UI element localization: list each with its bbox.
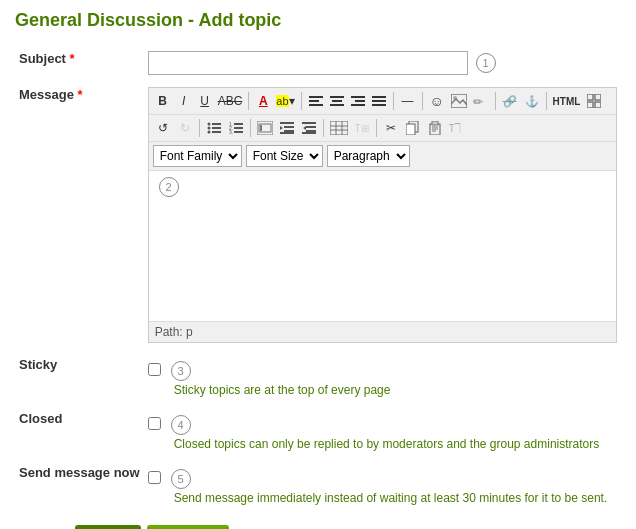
svg-rect-42 xyxy=(330,121,348,135)
svg-rect-34 xyxy=(280,122,294,124)
svg-rect-33 xyxy=(260,125,262,131)
align-left-icon xyxy=(309,94,323,108)
font-color-button[interactable]: A xyxy=(253,91,273,111)
paste-button[interactable] xyxy=(425,118,445,138)
toolbar-align-group xyxy=(306,91,389,111)
svg-point-21 xyxy=(207,127,210,130)
emoji-button[interactable]: ☺ xyxy=(427,91,447,111)
svg-rect-41 xyxy=(302,132,316,134)
align-right-icon xyxy=(351,94,365,108)
outdent-icon xyxy=(302,121,316,135)
fullscreen-button[interactable] xyxy=(584,91,604,111)
cancel-button[interactable]: Cancel xyxy=(147,525,229,529)
link-button[interactable]: ✏ xyxy=(471,91,491,111)
subject-label: Subject xyxy=(19,51,66,66)
blockquote-button[interactable] xyxy=(255,118,275,138)
unlink-button[interactable]: 🔗 xyxy=(500,91,520,111)
svg-rect-7 xyxy=(355,100,365,102)
paste-text-button[interactable]: T⏋ xyxy=(447,118,467,138)
svg-rect-6 xyxy=(351,96,365,98)
svg-rect-20 xyxy=(212,123,221,125)
svg-rect-0 xyxy=(309,96,323,98)
italic-button[interactable]: I xyxy=(174,91,194,111)
ordered-list-icon: 1.2.3. xyxy=(229,121,243,135)
justify-button[interactable] xyxy=(369,91,389,111)
paragraph-select[interactable]: Paragraph xyxy=(327,145,410,167)
font-family-select[interactable]: Font Family xyxy=(153,145,242,167)
toolbar-format-group: B I U ABC xyxy=(153,91,245,111)
sticky-checkbox-row: 3 xyxy=(148,361,617,381)
table-props-button[interactable]: T⊞ xyxy=(352,118,372,138)
bold-button[interactable]: B xyxy=(153,91,173,111)
unordered-list-button[interactable] xyxy=(204,118,224,138)
svg-rect-16 xyxy=(595,94,601,100)
indent-button[interactable] xyxy=(277,118,297,138)
image-icon xyxy=(451,94,467,108)
blockquote-icon xyxy=(257,121,273,135)
svg-rect-1 xyxy=(309,100,319,102)
svg-rect-28 xyxy=(234,127,243,129)
send-now-hint: Send message immediately instead of wait… xyxy=(174,491,617,505)
image-button[interactable] xyxy=(449,91,469,111)
strikethrough-button[interactable]: ABC xyxy=(216,91,245,111)
page-title: General Discussion - Add topic xyxy=(15,10,621,31)
align-right-button[interactable] xyxy=(348,91,368,111)
table-button[interactable] xyxy=(328,118,350,138)
button-row: 6 Post Cancel xyxy=(45,525,621,529)
sticky-badge: 3 xyxy=(171,361,191,381)
anchor-button[interactable]: ⚓ xyxy=(522,91,542,111)
cut-button[interactable]: ✂ xyxy=(381,118,401,138)
link-icon: ✏ xyxy=(473,94,489,108)
closed-hint: Closed topics can only be replied to by … xyxy=(174,437,617,451)
copy-icon xyxy=(406,121,420,135)
toolbar-sep-5 xyxy=(495,92,496,110)
editor-content[interactable]: 2 xyxy=(149,171,616,321)
toolbar-row-1: B I U ABC A ab▾ xyxy=(149,88,616,115)
svg-rect-24 xyxy=(212,131,221,133)
toolbar-sep-3 xyxy=(393,92,394,110)
font-size-select[interactable]: Font Size xyxy=(246,145,323,167)
sticky-hint: Sticky topics are at the top of every pa… xyxy=(174,383,617,397)
toolbar-sep-1 xyxy=(248,92,249,110)
send-now-checkbox-row: 5 xyxy=(148,469,617,489)
highlight-button[interactable]: ab▾ xyxy=(274,91,296,111)
align-center-icon xyxy=(330,94,344,108)
closed-checkbox-row: 4 xyxy=(148,415,617,435)
copy-button[interactable] xyxy=(403,118,423,138)
svg-text:3.: 3. xyxy=(229,129,233,135)
outdent-button[interactable] xyxy=(299,118,319,138)
hr-button[interactable]: — xyxy=(398,91,418,111)
toolbar-sep-8 xyxy=(250,119,251,137)
closed-checkbox[interactable] xyxy=(148,417,161,430)
indent-icon xyxy=(280,121,294,135)
toolbar-color-group: A ab▾ xyxy=(253,91,296,111)
closed-badge: 4 xyxy=(171,415,191,435)
redo-button[interactable]: ↻ xyxy=(175,118,195,138)
align-left-button[interactable] xyxy=(306,91,326,111)
send-now-checkbox[interactable] xyxy=(148,471,161,484)
undo-button[interactable]: ↺ xyxy=(153,118,173,138)
subject-badge: 1 xyxy=(476,53,496,73)
subject-input[interactable] xyxy=(148,51,468,75)
svg-rect-37 xyxy=(280,132,294,134)
underline-button[interactable]: U xyxy=(195,91,215,111)
fullscreen-icon xyxy=(587,94,601,108)
sticky-checkbox[interactable] xyxy=(148,363,161,376)
svg-rect-39 xyxy=(306,126,316,128)
html-button[interactable]: HTML xyxy=(551,91,583,111)
svg-rect-35 xyxy=(284,126,294,128)
post-button[interactable]: Post xyxy=(75,525,141,529)
align-center-button[interactable] xyxy=(327,91,347,111)
svg-rect-15 xyxy=(587,94,593,100)
editor-path: Path: p xyxy=(149,321,616,342)
svg-rect-5 xyxy=(330,104,344,106)
paste-icon xyxy=(428,121,442,135)
closed-label: Closed xyxy=(19,411,62,426)
unordered-list-icon xyxy=(207,121,221,135)
send-now-label: Send message now xyxy=(19,465,140,480)
svg-rect-18 xyxy=(595,102,601,108)
ordered-list-button[interactable]: 1.2.3. xyxy=(226,118,246,138)
svg-rect-17 xyxy=(587,102,593,108)
svg-rect-40 xyxy=(306,130,316,132)
table-icon xyxy=(330,121,348,135)
